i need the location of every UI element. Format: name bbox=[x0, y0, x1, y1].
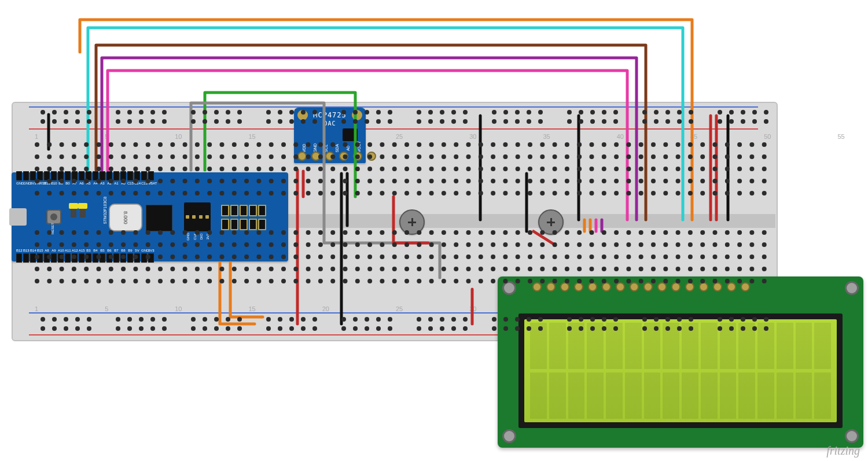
trim-pot-2[interactable] bbox=[538, 209, 564, 235]
dac-chip-icon bbox=[343, 128, 358, 141]
mounting-hole-icon bbox=[845, 429, 859, 443]
reset-label: RESET bbox=[51, 223, 54, 234]
usb-port-icon bbox=[9, 208, 27, 226]
stm32-bottom-pins bbox=[16, 253, 155, 263]
mcp-title: MCP4725 DAC bbox=[294, 111, 366, 127]
oscillator: 8.000 bbox=[109, 204, 142, 231]
mounting-hole-icon bbox=[502, 281, 516, 295]
rail-red-top bbox=[29, 128, 758, 130]
jumper-1[interactable] bbox=[71, 205, 76, 217]
circuit-canvas: 15 1015 2025 3035 4045 5055 60 15 1015 2… bbox=[0, 0, 868, 461]
mcp-pin-row bbox=[297, 152, 376, 161]
mounting-hole-icon bbox=[502, 429, 516, 443]
lcd-pin-row bbox=[532, 282, 750, 292]
mcp-pin-labels: VDDGND SCLSDA A0VOUT bbox=[300, 146, 363, 150]
rail-blue-top bbox=[29, 106, 758, 108]
bb-col-markers-top: 15 1015 2025 3035 4045 5055 60 bbox=[35, 133, 868, 140]
mcu-chip-icon bbox=[146, 205, 172, 231]
trim-pot-1[interactable] bbox=[399, 209, 425, 235]
stm32-bluepill: RESET STM32F103C8 8.000 GND CLK DIO 3V3 … bbox=[12, 172, 288, 261]
lcd-16x2 bbox=[498, 276, 863, 448]
watermark: fritzing bbox=[826, 444, 860, 458]
stm32-top-pins bbox=[16, 171, 155, 180]
mcp4725-board: MCP4725 DAC VDDGND SCLSDA A0VOUT bbox=[294, 108, 366, 163]
lcd-bezel bbox=[518, 314, 843, 428]
prog-header bbox=[221, 205, 279, 229]
lcd-screen bbox=[524, 319, 837, 422]
debug-labels: GND CLK DIO 3V3 bbox=[184, 235, 211, 238]
mounting-hole-icon bbox=[845, 281, 859, 295]
chip-label: STM32F103C8 bbox=[103, 197, 107, 224]
jumper-2[interactable] bbox=[80, 205, 86, 217]
debug-header bbox=[184, 202, 211, 231]
